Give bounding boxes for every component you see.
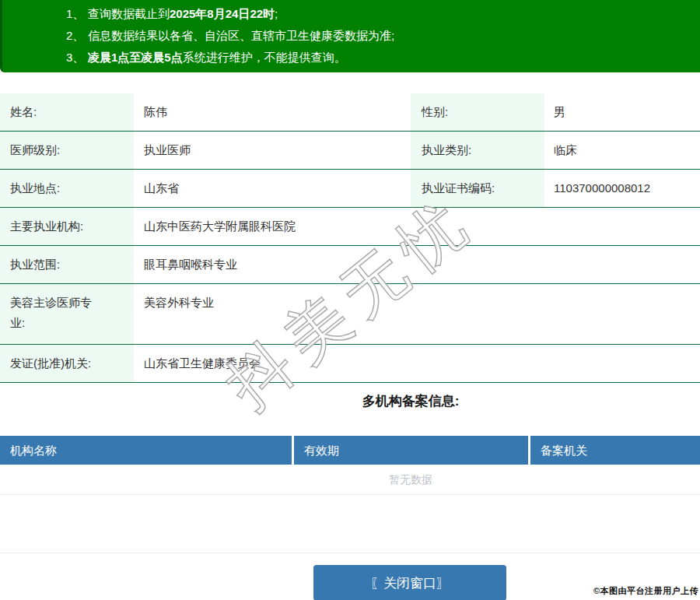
field-value-name: 陈伟 <box>134 93 411 131</box>
empty-data-placeholder: 暂无数据 <box>0 465 700 495</box>
field-label-name: 姓名: <box>0 93 134 131</box>
field-label-practice-scope: 执业范围: <box>0 246 134 283</box>
field-label-issuing-authority: 发证(批准)机关: <box>0 345 134 382</box>
column-header-filing-authority: 备案机关 <box>530 436 700 465</box>
table-row-issuing-authority: 发证(批准)机关: 山东省卫生健康委员会 <box>0 345 700 383</box>
field-label-practice-location: 执业地点: <box>0 170 134 207</box>
close-window-button[interactable]: 〖关闭窗口〗 <box>313 565 506 600</box>
field-value-gender: 男 <box>544 93 700 131</box>
column-header-institution-name: 机构名称 <box>0 436 294 465</box>
field-label-license-number: 执业证书编码: <box>411 170 544 207</box>
table-row-name-gender: 姓名: 陈伟 性别: 男 <box>0 93 700 132</box>
practitioner-info-table: 姓名: 陈伟 性别: 男 医师级别: 执业医师 执业类别: 临床 执业地点: 山… <box>0 93 700 383</box>
copyright-notice: ©本图由平台注册用户上传 <box>593 585 698 597</box>
field-value-issuing-authority: 山东省卫生健康委员会 <box>134 345 700 382</box>
notice-number: 1、 <box>66 3 88 25</box>
notice-number: 3、 <box>66 47 88 68</box>
field-value-doctor-level: 执业医师 <box>134 132 411 169</box>
table-row-main-institution: 主要执业机构: 山东中医药大学附属眼科医院 <box>0 208 700 246</box>
column-header-validity-period: 有效期 <box>294 436 530 465</box>
notice-number: 2、 <box>66 25 88 47</box>
table-row-practice-scope: 执业范围: 眼耳鼻咽喉科专业 <box>0 246 700 284</box>
footer-divider <box>0 553 700 553</box>
field-label-practice-category: 执业类别: <box>411 132 544 169</box>
notice-text: 查询数据截止到2025年8月24日22时; <box>88 3 278 25</box>
field-value-practice-location: 山东省 <box>134 170 411 207</box>
filing-table: 机构名称 有效期 备案机关 暂无数据 <box>0 436 700 495</box>
query-result-page: 1、 查询数据截止到2025年8月24日22时; 2、 信息数据结果以各省、自治… <box>0 0 700 600</box>
field-value-practice-scope: 眼耳鼻咽喉科专业 <box>134 246 700 283</box>
filing-table-header: 机构名称 有效期 备案机关 <box>0 436 700 465</box>
field-label-cosmetic-specialty: 美容主诊医师专业: <box>0 284 134 344</box>
field-value-practice-category: 临床 <box>544 132 700 169</box>
notice-line-2: 2、 信息数据结果以各省、自治区、直辖市卫生健康委数据为准; <box>2 25 700 47</box>
table-row-cosmetic-specialty: 美容主诊医师专业: 美容外科专业 <box>0 284 700 345</box>
notice-text: 凌晨1点至凌晨5点系统进行维护，不能提供查询。 <box>88 47 346 68</box>
field-value-main-institution: 山东中医药大学附属眼科医院 <box>134 208 700 245</box>
filing-section-title: 多机构备案信息: <box>0 393 700 410</box>
field-label-main-institution: 主要执业机构: <box>0 208 134 245</box>
field-value-license-number: 110370000008012 <box>544 170 700 207</box>
field-label-doctor-level: 医师级别: <box>0 132 134 169</box>
notice-text: 信息数据结果以各省、自治区、直辖市卫生健康委数据为准; <box>88 25 394 47</box>
notice-banner: 1、 查询数据截止到2025年8月24日22时; 2、 信息数据结果以各省、自治… <box>0 0 700 72</box>
table-row-level-category: 医师级别: 执业医师 执业类别: 临床 <box>0 132 700 170</box>
notice-line-1: 1、 查询数据截止到2025年8月24日22时; <box>2 3 700 25</box>
table-row-location-license: 执业地点: 山东省 执业证书编码: 110370000008012 <box>0 170 700 208</box>
field-value-cosmetic-specialty: 美容外科专业 <box>134 284 700 344</box>
field-label-gender: 性别: <box>411 93 544 131</box>
notice-line-3: 3、 凌晨1点至凌晨5点系统进行维护，不能提供查询。 <box>2 47 700 68</box>
